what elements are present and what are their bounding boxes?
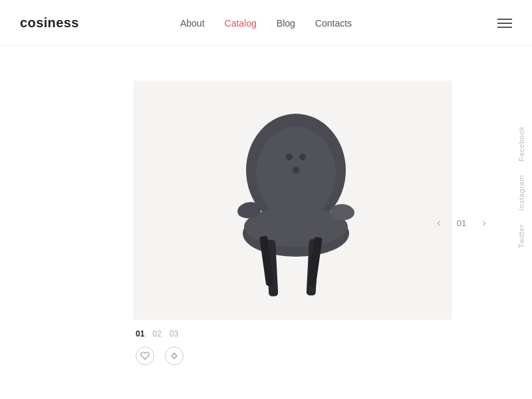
main-nav: About Catalog Blog Contacts [180, 18, 352, 29]
main-content: 01 02 03 ‹ 01 › Facebook Insta [0, 47, 532, 399]
logo: cosiness [20, 15, 79, 31]
svg-point-13 [172, 354, 176, 358]
product-image [193, 94, 392, 307]
social-facebook[interactable]: Facebook [517, 126, 525, 162]
product-image-container [133, 80, 452, 320]
compare-icon [170, 351, 179, 360]
compare-button[interactable] [165, 346, 184, 365]
social-links: Facebook Instagram Twitter [517, 126, 525, 248]
social-twitter[interactable]: Twitter [517, 224, 525, 248]
heart-icon [140, 351, 150, 360]
wishlist-button[interactable] [136, 346, 154, 365]
svg-point-2 [286, 154, 293, 160]
hamburger-menu[interactable] [497, 19, 512, 28]
prev-button[interactable]: ‹ [431, 215, 447, 231]
nav-about[interactable]: About [180, 18, 205, 29]
svg-point-3 [299, 154, 306, 160]
slide-dot-3[interactable]: 03 [170, 329, 178, 338]
slide-dot-2[interactable]: 02 [152, 329, 161, 338]
slide-indicators: 01 02 03 [133, 329, 178, 338]
nav-contacts[interactable]: Contacts [315, 18, 352, 29]
nav-blog[interactable]: Blog [277, 18, 295, 29]
next-button[interactable]: › [476, 215, 492, 231]
svg-point-4 [293, 167, 299, 174]
slide-counter: 01 [455, 218, 468, 228]
nav-catalog[interactable]: Catalog [225, 18, 257, 29]
header: cosiness About Catalog Blog Contacts [0, 0, 532, 47]
nav-controls: ‹ 01 › [431, 215, 492, 231]
action-icons [133, 346, 184, 365]
slide-dot-1[interactable]: 01 [136, 329, 144, 338]
social-instagram[interactable]: Instagram [517, 175, 525, 211]
product-area: 01 02 03 [133, 80, 452, 365]
